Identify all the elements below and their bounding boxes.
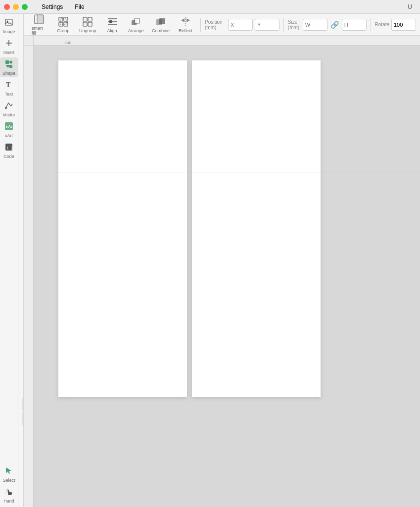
svg-point-9 — [5, 107, 7, 109]
shape-label: Shape — [2, 71, 15, 76]
svg-rect-250 — [37, 15, 44, 24]
ungroup-label: Ungroup — [79, 28, 96, 33]
smart-fill-button[interactable]: smart fill — [28, 12, 50, 38]
tool-text[interactable]: T Text — [0, 78, 18, 98]
title-right: U — [408, 3, 416, 10]
select-icon — [4, 466, 13, 477]
file-menu[interactable]: File — [70, 2, 89, 11]
svg-rect-256 — [83, 17, 87, 21]
festival-header[interactable]: Festival › — [18, 262, 24, 275]
hand-label: Hand — [3, 499, 14, 504]
basic-shape-header[interactable]: Basic shape › — [18, 14, 24, 34]
group-label: Group — [57, 28, 69, 33]
tool-shape[interactable]: Shape — [0, 57, 18, 77]
svg-text:xArt: xArt — [5, 124, 13, 129]
left-toolbar: Image Insert Shape T Text Vector — [0, 14, 18, 507]
settings-menu[interactable]: Settings — [37, 2, 68, 11]
reflect-label: Reflect — [179, 28, 192, 33]
tool-code[interactable]: { } Code — [0, 141, 18, 160]
basic-shape-grid — [18, 34, 24, 81]
ungroup-icon — [82, 16, 93, 27]
pattern-grid — [18, 336, 24, 383]
svg-rect-252 — [64, 17, 68, 21]
align-button[interactable]: Align — [101, 14, 123, 35]
ungroup-button[interactable]: Ungroup — [76, 14, 99, 35]
vector-icon — [4, 101, 13, 111]
rotate-label: Rotate — [375, 22, 389, 27]
canvas-guide-h — [58, 172, 420, 172]
svg-rect-4 — [5, 60, 9, 64]
canvas-area[interactable]: 100 — [24, 36, 420, 507]
ruler-horizontal: 100 — [34, 36, 420, 46]
toolbar-sep-3 — [371, 18, 371, 32]
title-bar: Settings File U — [0, 0, 420, 14]
align-label: Align — [107, 28, 117, 33]
tool-hand[interactable]: Hand — [0, 485, 18, 505]
position-field: Position (mm) — [205, 19, 280, 31]
size-w-input[interactable] — [303, 19, 327, 31]
arrange-button[interactable]: Arrange — [125, 14, 147, 35]
smart-fill-icon — [34, 14, 45, 25]
insert-icon — [4, 39, 13, 49]
ruler-corner — [24, 36, 34, 46]
border-grid — [18, 94, 24, 142]
svg-rect-263 — [109, 20, 112, 23]
select-label: Select — [2, 478, 15, 483]
combine-icon — [155, 16, 166, 27]
ruler-vertical — [24, 36, 34, 507]
lock-icon[interactable]: 🔗 — [329, 21, 340, 29]
app-body: Image Insert Shape T Text Vector — [0, 14, 420, 507]
rotate-input[interactable] — [391, 19, 416, 31]
position-label: Position (mm) — [205, 19, 226, 30]
xart-icon: xArt — [4, 122, 13, 132]
other-grid — [18, 443, 24, 490]
size-field: Size (mm) 🔗 — [288, 19, 367, 31]
border-header[interactable]: Border › — [18, 81, 24, 94]
combine-button[interactable]: Combine — [149, 14, 173, 35]
xart-label: xArt — [5, 133, 13, 138]
size-h-input[interactable] — [342, 19, 367, 31]
svg-rect-253 — [59, 22, 63, 26]
other-header[interactable]: Other › — [18, 430, 24, 443]
vector-label: Vector — [2, 112, 15, 117]
animal-grid — [18, 215, 24, 262]
tool-select[interactable]: Select — [0, 464, 18, 484]
tool-xart[interactable]: xArt xArt — [0, 120, 18, 140]
svg-rect-258 — [83, 22, 87, 26]
group-button[interactable]: Group — [52, 14, 74, 35]
canvas-viewport[interactable] — [34, 46, 420, 507]
align-icon — [107, 16, 118, 27]
text-icon: T — [4, 80, 13, 91]
position-x-input[interactable] — [228, 19, 253, 31]
maximize-button[interactable] — [22, 4, 28, 10]
parts-header[interactable]: Parts › — [18, 383, 24, 396]
combine-label: Combine — [152, 28, 170, 33]
reflect-button[interactable]: Reflect — [175, 14, 196, 35]
shapes-panel: Basic shape › — [18, 14, 24, 507]
ruler-mark-100: 100 — [53, 41, 73, 45]
toolbar-sep-2 — [283, 18, 284, 32]
svg-point-5 — [9, 60, 12, 63]
minimize-button[interactable] — [13, 4, 19, 10]
svg-rect-267 — [159, 18, 165, 24]
tool-vector[interactable]: Vector — [0, 99, 18, 119]
svg-marker-270 — [187, 18, 190, 22]
close-button[interactable] — [4, 4, 10, 10]
canvas-page-2[interactable] — [192, 60, 321, 397]
plant-header[interactable]: Plant › — [18, 142, 24, 154]
pattern-header[interactable]: Pattern › — [18, 323, 24, 336]
canvas-page-1[interactable] — [58, 60, 187, 397]
size-label: Size (mm) — [288, 19, 301, 30]
svg-point-1 — [7, 20, 8, 22]
tool-insert[interactable]: Insert — [0, 37, 18, 56]
svg-marker-14 — [6, 467, 11, 474]
tool-image[interactable]: Image — [0, 16, 18, 36]
main-area: smart fill Group Ungroup Align Arrange C… — [24, 14, 420, 507]
svg-text:{ }: { } — [7, 146, 13, 150]
svg-rect-251 — [59, 17, 63, 21]
animal-header[interactable]: Animal › — [18, 202, 24, 215]
parts-grid — [18, 396, 24, 430]
insert-label: Insert — [3, 50, 15, 55]
plant-grid — [18, 154, 24, 202]
position-y-input[interactable] — [255, 19, 280, 31]
